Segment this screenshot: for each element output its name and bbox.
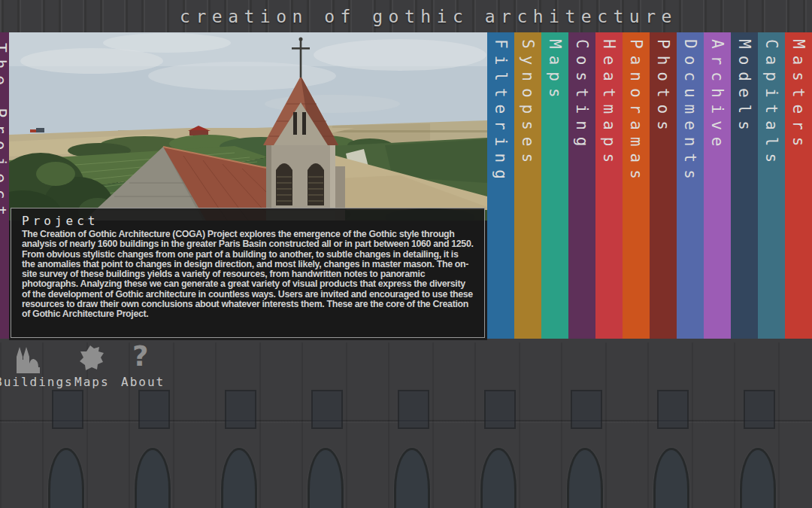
tab-capitals[interactable]: Capitals bbox=[758, 32, 785, 339]
section-tabs: Filtering Synopses Maps Costing Heatmaps… bbox=[487, 32, 812, 339]
cathedral-icon[interactable] bbox=[15, 345, 42, 373]
arch-window bbox=[394, 448, 430, 508]
arch-window bbox=[221, 448, 257, 508]
page-title: creation of gothic architecture bbox=[0, 0, 812, 32]
nav-item-maps[interactable]: Maps bbox=[74, 375, 110, 389]
tab-label: Costing bbox=[573, 32, 591, 339]
tab-label: Heatmaps bbox=[600, 32, 618, 339]
tab-photos[interactable]: Photos bbox=[650, 32, 677, 339]
question-mark-icon[interactable]: ? bbox=[132, 340, 148, 373]
france-map-icon[interactable] bbox=[78, 345, 105, 372]
project-panel-body: The Creation of Gothic Architecture (COG… bbox=[22, 230, 474, 320]
tab-documents[interactable]: Documents bbox=[677, 32, 704, 339]
tab-maps[interactable]: Maps bbox=[541, 32, 568, 339]
tab-label: Photos bbox=[654, 32, 672, 339]
tab-synopses[interactable]: Synopses bbox=[514, 32, 541, 339]
arch-window bbox=[135, 448, 171, 508]
project-panel-heading: Project bbox=[22, 214, 474, 228]
hero-section: Project The Creation of Gothic Architect… bbox=[9, 32, 487, 340]
tab-label: Panoramas bbox=[627, 32, 645, 339]
nav-item-about[interactable]: About bbox=[121, 375, 165, 389]
tab-masters[interactable]: Masters bbox=[785, 32, 812, 339]
tab-label: Archive bbox=[708, 32, 726, 339]
tab-heatmaps[interactable]: Heatmaps bbox=[595, 32, 623, 339]
tab-label: Capitals bbox=[762, 32, 780, 339]
tab-costing[interactable]: Costing bbox=[568, 32, 595, 339]
project-panel: Project The Creation of Gothic Architect… bbox=[11, 208, 485, 338]
arch-window bbox=[653, 448, 689, 508]
tab-label: Models bbox=[735, 32, 753, 339]
bottom-nav: ? Buildings Maps About bbox=[0, 342, 211, 399]
tab-label: Documents bbox=[681, 32, 699, 339]
arch-window bbox=[567, 448, 603, 508]
arch-window bbox=[740, 448, 776, 508]
tab-label: Filtering bbox=[492, 32, 510, 339]
tab-label: Synopses bbox=[519, 32, 537, 339]
arch-window bbox=[480, 448, 517, 508]
tab-label: Masters bbox=[789, 32, 807, 339]
arch-window bbox=[308, 448, 344, 508]
tab-models[interactable]: Models bbox=[731, 32, 758, 339]
church-landscape-photo bbox=[9, 32, 487, 221]
tab-label: Maps bbox=[546, 32, 564, 339]
tab-filtering[interactable]: Filtering bbox=[487, 32, 514, 339]
arch-window bbox=[48, 448, 84, 508]
tab-panoramas[interactable]: Panoramas bbox=[623, 32, 650, 339]
nav-item-buildings[interactable]: Buildings bbox=[0, 375, 74, 389]
tab-archive[interactable]: Archive bbox=[704, 32, 731, 339]
